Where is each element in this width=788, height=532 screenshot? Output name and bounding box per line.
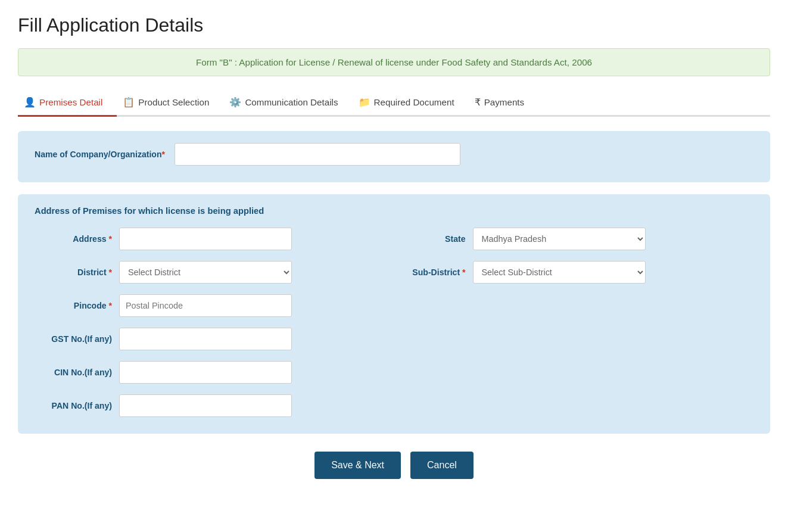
tab-product[interactable]: 📋 Product Selection xyxy=(117,91,223,117)
clipboard-icon: 📋 xyxy=(123,97,135,108)
address-field: Address * xyxy=(35,228,382,250)
pan-input[interactable] xyxy=(119,394,292,417)
company-section: Name of Company/Organization* xyxy=(18,131,770,182)
address-section: Address of Premises for which license is… xyxy=(18,194,770,434)
sub-district-required-star: * xyxy=(462,267,465,277)
pincode-required-star: * xyxy=(109,301,112,310)
gst-field: GST No.(If any) xyxy=(35,328,382,350)
tab-payments[interactable]: ₹ Payments xyxy=(469,91,539,117)
company-label: Name of Company/Organization* xyxy=(35,150,165,159)
save-next-button[interactable]: Save & Next xyxy=(314,452,401,479)
folder-icon: 📁 xyxy=(359,97,370,108)
gst-label: GST No.(If any) xyxy=(35,334,112,344)
company-name-input[interactable] xyxy=(175,143,460,166)
address-label: Address * xyxy=(35,234,112,244)
gear-icon: ⚙️ xyxy=(229,97,241,108)
address-section-title: Address of Premises for which license is… xyxy=(35,206,753,216)
district-field: District * Select District xyxy=(35,261,382,284)
district-required-star: * xyxy=(109,267,112,277)
cancel-button[interactable]: Cancel xyxy=(410,452,474,479)
tab-communication-label: Communication Details xyxy=(245,97,338,107)
pincode-input[interactable] xyxy=(119,294,292,317)
footer-buttons: Save & Next Cancel xyxy=(18,452,770,479)
sub-district-select[interactable]: Select Sub-District xyxy=(473,261,646,284)
cin-input[interactable] xyxy=(119,361,292,384)
state-select[interactable]: Madhya Pradesh xyxy=(473,228,646,250)
state-label: State xyxy=(406,234,466,244)
pan-field: PAN No.(If any) xyxy=(35,394,382,417)
rupee-icon: ₹ xyxy=(475,97,481,108)
sub-district-label: Sub-District * xyxy=(406,267,466,277)
address-required-star: * xyxy=(109,234,112,244)
pan-label: PAN No.(If any) xyxy=(35,401,112,410)
address-input[interactable] xyxy=(119,228,292,250)
address-left-col: Address * District * Select District Pin… xyxy=(35,228,382,417)
district-label: District * xyxy=(35,267,112,277)
pincode-field: Pincode * xyxy=(35,294,382,317)
tab-document[interactable]: 📁 Required Document xyxy=(353,91,469,117)
tab-communication[interactable]: ⚙️ Communication Details xyxy=(223,91,352,117)
page-title: Fill Application Details xyxy=(18,14,770,36)
address-right-col: State Madhya Pradesh Sub-District * Sele… xyxy=(406,228,754,417)
tab-premises[interactable]: 👤 Premises Detail xyxy=(18,91,117,117)
pincode-label: Pincode * xyxy=(35,301,112,310)
tab-payments-label: Payments xyxy=(484,97,525,107)
cin-label: CIN No.(If any) xyxy=(35,368,112,377)
company-required-star: * xyxy=(162,150,165,159)
tab-premises-label: Premises Detail xyxy=(39,97,102,107)
sub-district-field: Sub-District * Select Sub-District xyxy=(406,261,754,284)
cin-field: CIN No.(If any) xyxy=(35,361,382,384)
form-banner: Form "B" : Application for License / Ren… xyxy=(18,48,770,76)
person-icon: 👤 xyxy=(24,97,36,108)
gst-input[interactable] xyxy=(119,328,292,350)
state-field: State Madhya Pradesh xyxy=(406,228,754,250)
tab-document-label: Required Document xyxy=(374,97,454,107)
tab-product-label: Product Selection xyxy=(138,97,209,107)
district-select[interactable]: Select District xyxy=(119,261,292,284)
tabs-nav: 👤 Premises Detail 📋 Product Selection ⚙️… xyxy=(18,91,770,117)
